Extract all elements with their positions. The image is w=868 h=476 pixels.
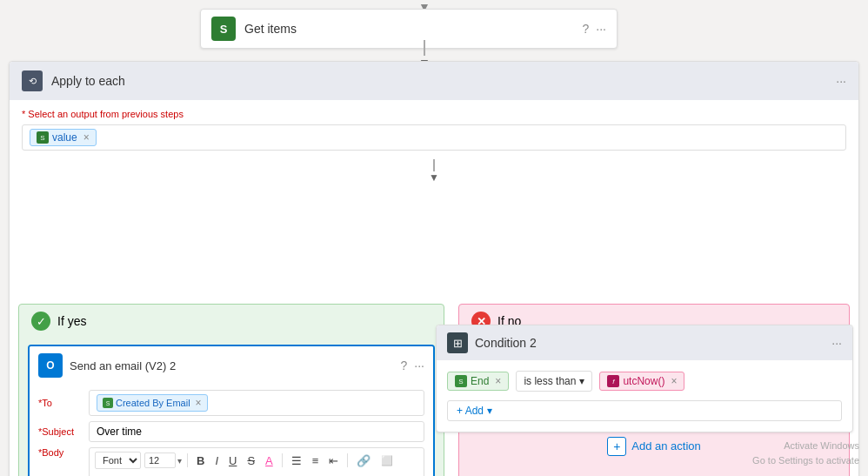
strikethrough-button[interactable]: S <box>244 453 258 469</box>
get-items-help-icon[interactable]: ? <box>583 22 590 36</box>
operator-arrow: ▾ <box>579 375 584 387</box>
toolbar-divider-3 <box>347 453 348 467</box>
condition-row: S End × is less than ▾ f utcNow() × <box>447 371 842 392</box>
to-field[interactable]: S Created By Email × <box>89 390 424 416</box>
body-label: *Body <box>38 447 82 458</box>
value-tag-icon: S <box>37 131 49 144</box>
subject-row: *Subject Over time <box>38 421 424 442</box>
utcnow-close[interactable]: × <box>671 375 677 387</box>
condition-icon-symbol: ⊞ <box>453 337 463 350</box>
apply-to-each-body: * Select an output from previous steps S… <box>10 100 858 159</box>
get-items-actions: ? ··· <box>583 22 606 36</box>
to-row: *To S Created By Email × <box>38 390 424 416</box>
apply-to-each-icon-symbol: ⟲ <box>29 76 37 87</box>
outdent-button[interactable]: ⇤ <box>325 453 342 469</box>
if-yes-header: ✓ If yes <box>19 305 444 338</box>
value-tag-label: value <box>52 131 77 144</box>
body-row: *Body Font ▾ <box>38 447 424 476</box>
created-close[interactable]: × <box>196 397 202 409</box>
apply-to-each-title: Apply to each <box>51 74 827 88</box>
operator-select[interactable]: is less than ▾ <box>516 371 592 392</box>
apply-to-each-block: ⟲ Apply to each ··· * Select an output f… <box>9 61 859 476</box>
add-label: + Add <box>457 405 484 417</box>
if-yes-label: If yes <box>57 314 86 328</box>
toolbar-divider-2 <box>282 453 283 467</box>
italic-button[interactable]: I <box>211 453 222 469</box>
if-yes-section: ✓ If yes O Send an email (V2) 2 ? ··· <box>18 304 444 476</box>
condition-header: ⊞ Condition 2 ··· <box>437 325 852 360</box>
body-field[interactable]: Font ▾ B I U <box>89 447 424 476</box>
apply-to-each-icon: ⟲ <box>22 70 43 91</box>
add-arrow: ▾ <box>487 405 492 417</box>
send-email-title: Send an email (V2) 2 <box>70 359 394 372</box>
outlook-icon-letter: O <box>46 359 54 372</box>
bullets-button[interactable]: ☰ <box>288 453 305 469</box>
body-toolbar: Font ▾ B I U <box>90 448 424 476</box>
created-tag: S Created By Email × <box>97 394 208 412</box>
arrow-line-2 <box>433 159 435 171</box>
utcnow-icon: f <box>607 375 619 387</box>
get-items-icon: S <box>211 17 236 41</box>
apply-to-each-header: ⟲ Apply to each ··· <box>10 62 858 100</box>
end-tag: S End × <box>447 372 509 391</box>
arrow-down-2: ▼ <box>429 171 439 184</box>
add-action-icon: + <box>607 437 626 456</box>
outlook-icon: O <box>38 353 63 378</box>
end-icon: S <box>455 375 467 387</box>
image-button[interactable]: ⬜ <box>377 453 397 468</box>
send-email-block: O Send an email (V2) 2 ? ··· *To S <box>28 345 435 476</box>
condition-block: ⊞ Condition 2 ··· S End × is less than <box>436 325 853 432</box>
font-size-arrow: ▾ <box>177 456 182 466</box>
end-tag-close[interactable]: × <box>495 375 501 387</box>
numbered-button[interactable]: ≡ <box>309 453 323 469</box>
get-items-more-icon[interactable]: ··· <box>596 22 606 36</box>
highlight-button[interactable]: A <box>262 453 277 469</box>
select-output-label: * Select an output from previous steps <box>22 109 846 119</box>
operator-label: is less than <box>524 375 576 387</box>
created-icon: S <box>103 398 113 408</box>
subject-label: *Subject <box>38 426 82 437</box>
link-button[interactable]: 🔗 <box>353 453 374 469</box>
send-email-help-icon[interactable]: ? <box>401 359 408 372</box>
get-items-block: S Get items ? ··· <box>200 9 618 49</box>
subject-field[interactable]: Over time <box>89 421 424 442</box>
bold-button[interactable]: B <box>193 453 208 469</box>
arrow-line-1 <box>424 40 425 56</box>
utcnow-tag: f utcNow() × <box>599 372 684 391</box>
if-yes-badge: ✓ <box>31 312 50 331</box>
add-action-button[interactable]: + Add an action <box>607 437 701 456</box>
send-email-more-icon[interactable]: ··· <box>414 359 424 372</box>
send-email-body: *To S Created By Email × *Sub <box>30 385 433 476</box>
created-tag-label: Created By Email <box>116 398 190 408</box>
apply-to-each-more-icon[interactable]: ··· <box>836 74 846 88</box>
send-email-header: O Send an email (V2) 2 ? ··· <box>30 346 433 385</box>
font-size-input[interactable] <box>144 453 176 468</box>
subject-value: Over time <box>97 426 142 438</box>
add-action-label: Add an action <box>631 439 701 453</box>
get-items-title: Get items <box>244 22 574 36</box>
underline-button[interactable]: U <box>225 453 240 469</box>
to-label: *To <box>38 398 82 408</box>
font-select[interactable]: Font <box>95 452 141 469</box>
activate-line1: Activate Windows <box>752 439 859 453</box>
value-tag: S value × <box>30 129 97 146</box>
condition-title: Condition 2 <box>475 336 825 350</box>
condition-icon: ⊞ <box>447 332 468 353</box>
activate-line2: Go to Settings to activate <box>752 453 859 468</box>
condition-body: S End × is less than ▾ f utcNow() × <box>437 360 852 432</box>
end-tag-label: End <box>471 375 489 387</box>
value-tag-row: S value × <box>22 124 846 151</box>
add-button[interactable]: + Add ▾ <box>447 400 842 421</box>
code-button[interactable]: </> <box>95 473 116 476</box>
value-tag-close[interactable]: × <box>83 131 90 144</box>
get-items-icon-letter: S <box>220 23 228 36</box>
toolbar-divider-1 <box>187 453 188 467</box>
utcnow-label: utcNow() <box>623 375 664 387</box>
activate-windows: Activate Windows Go to Settings to activ… <box>752 439 859 467</box>
if-yes-check: ✓ <box>37 315 46 328</box>
condition-more-icon[interactable]: ··· <box>831 336 842 350</box>
font-size-control: ▾ <box>144 453 182 468</box>
